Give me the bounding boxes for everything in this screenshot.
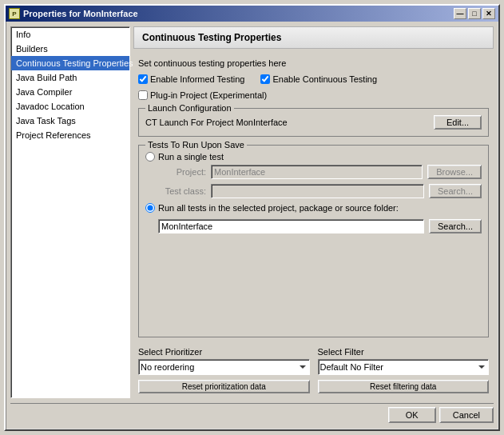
minimize-button[interactable]: — <box>454 8 466 19</box>
tests-group-legend: Tests To Run Upon Save <box>145 140 247 150</box>
enable-continuous-testing-checkbox[interactable] <box>260 74 270 84</box>
plugin-project-checkbox[interactable] <box>138 90 148 100</box>
window-icon: P <box>9 8 20 19</box>
plugin-row: Plug-in Project (Experimental) <box>138 90 489 100</box>
run-single-test-label[interactable]: Run a single test <box>145 152 482 162</box>
select-filter-label: Select Filter <box>318 347 490 357</box>
test-class-field-row: Test class: Search... <box>158 184 482 198</box>
cancel-button[interactable]: Cancel <box>439 407 494 423</box>
panel-title: Continuous Testing Properties <box>133 26 494 49</box>
sidebar-item-java-compiler[interactable]: Java Compiler <box>11 85 129 99</box>
sidebar-item-continuous-testing[interactable]: Continuous Testing Properties <box>11 56 129 70</box>
select-filter-group: Select Filter Default No Filter Reset fi… <box>318 347 490 393</box>
select-filter-control[interactable]: Default No Filter <box>318 359 490 375</box>
checkboxes-row: Enable Informed Testing Enable Continuou… <box>138 74 489 84</box>
launch-config-group: Launch Configuration CT Launch For Proje… <box>138 108 489 137</box>
maximize-button[interactable]: □ <box>468 8 481 19</box>
sidebar-item-java-task-tags[interactable]: Java Task Tags <box>11 114 129 128</box>
tests-group: Tests To Run Upon Save Run a single test… <box>138 145 489 337</box>
plugin-project-label[interactable]: Plug-in Project (Experimental) <box>138 90 267 100</box>
project-field-row: Project: Browse... <box>158 165 482 179</box>
description-text: Set continuous testing properties here <box>138 58 489 68</box>
title-bar-buttons: — □ ✕ <box>454 8 495 19</box>
run-single-test-text: Run a single test <box>158 152 224 162</box>
bottom-row: OK Cancel <box>10 403 494 425</box>
window-title: Properties for MonInterface <box>23 9 138 18</box>
enable-informed-testing-checkbox[interactable] <box>138 74 148 84</box>
enable-continuous-testing-text: Enable Continuous Testing <box>272 74 377 84</box>
content-area: Set continuous testing properties here E… <box>133 54 494 398</box>
test-class-label: Test class: <box>158 186 206 196</box>
run-all-input[interactable] <box>158 219 424 233</box>
run-all-input-row: Search... <box>158 219 482 233</box>
enable-informed-testing-text: Enable Informed Testing <box>150 74 244 84</box>
select-prioritizer-group: Select Prioritizer No reordering Reset p… <box>138 347 310 393</box>
select-prioritizer-control[interactable]: No reordering <box>138 359 310 375</box>
reset-prioritization-button[interactable]: Reset prioritization data <box>138 380 310 393</box>
run-all-row: Run all tests in the selected project, p… <box>145 203 482 216</box>
main-window: P Properties for MonInterface — □ ✕ Info… <box>4 4 500 431</box>
sidebar-item-info[interactable]: Info <box>11 27 129 42</box>
plugin-project-text: Plug-in Project (Experimental) <box>150 90 267 100</box>
sidebar-item-builders[interactable]: Builders <box>11 42 129 56</box>
launch-row: CT Launch For Project MonInterface Edit.… <box>145 115 482 130</box>
launch-config-text: CT Launch For Project MonInterface <box>145 118 429 127</box>
main-content: Info Builders Continuous Testing Propert… <box>10 26 494 398</box>
project-field-label: Project: <box>158 167 206 177</box>
search-all-button[interactable]: Search... <box>429 219 482 233</box>
select-prioritizer-label: Select Prioritizer <box>138 347 310 357</box>
run-all-tests-label[interactable]: Run all tests in the selected project, p… <box>145 203 399 213</box>
enable-continuous-testing-label[interactable]: Enable Continuous Testing <box>260 74 377 84</box>
search-single-button[interactable]: Search... <box>429 184 482 198</box>
select-row: Select Prioritizer No reordering Reset p… <box>138 347 489 393</box>
sidebar-item-project-references[interactable]: Project References <box>11 128 129 142</box>
project-input[interactable] <box>211 165 423 179</box>
right-panel: Continuous Testing Properties Set contin… <box>133 26 494 398</box>
window-body: Info Builders Continuous Testing Propert… <box>6 22 498 429</box>
launch-config-legend: Launch Configuration <box>145 103 234 113</box>
ok-button[interactable]: OK <box>388 407 436 423</box>
run-all-tests-text: Run all tests in the selected project, p… <box>158 203 399 213</box>
sidebar: Info Builders Continuous Testing Propert… <box>10 26 130 398</box>
sidebar-item-java-build-path[interactable]: Java Build Path <box>11 70 129 85</box>
enable-informed-testing-label[interactable]: Enable Informed Testing <box>138 74 244 84</box>
reset-filtering-button[interactable]: Reset filtering data <box>318 380 490 393</box>
title-bar: P Properties for MonInterface — □ ✕ <box>6 6 498 22</box>
edit-button[interactable]: Edit... <box>434 115 482 130</box>
browse-button[interactable]: Browse... <box>427 165 482 179</box>
test-class-input[interactable] <box>211 184 424 198</box>
run-all-tests-radio[interactable] <box>145 203 155 213</box>
run-single-test-radio[interactable] <box>145 152 155 162</box>
sidebar-item-javadoc-location[interactable]: Javadoc Location <box>11 99 129 114</box>
close-button[interactable]: ✕ <box>482 8 495 19</box>
